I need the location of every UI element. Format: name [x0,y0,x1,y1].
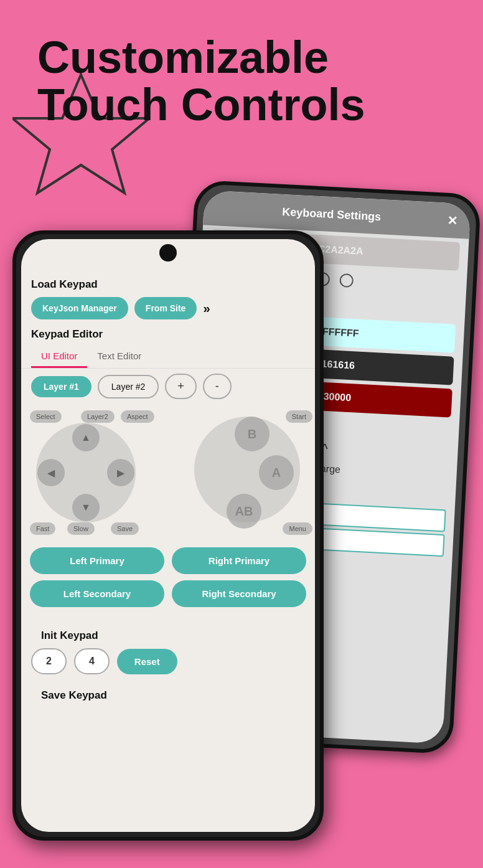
menu-button[interactable]: Menu [283,522,312,535]
color-btn-row-1: Left Primary Right Primary [30,547,306,574]
left-primary-button[interactable]: Left Primary [30,547,164,574]
layer2-button[interactable]: Layer #2 [98,375,159,399]
face-b-button[interactable]: B [235,417,270,451]
init-keypad-title: Init Keypad [31,625,305,644]
tab-text-editor[interactable]: Text Editor [87,346,151,368]
load-keypad-row: KeyJson Manager From Site » [21,293,315,323]
num-box-1[interactable]: 2 [31,648,67,674]
layer1-button[interactable]: Layer #1 [31,376,91,397]
chevron-right-icon: » [203,301,210,316]
init-keypad-section: Init Keypad 2 4 Reset [21,620,315,679]
save-keypad-title: Save Keypad [31,684,305,704]
aspect-button[interactable]: Aspect [121,410,154,423]
reset-button[interactable]: Reset [117,649,177,674]
tab-ui-editor[interactable]: UI Editor [31,346,87,368]
radio-xlarge[interactable] [339,273,354,288]
dpad-left-button[interactable]: ◀ [37,459,65,486]
hero-title: Customizable Touch Controls [37,34,446,128]
keypad-editor-title: Keypad Editor [21,323,315,343]
load-keypad-title: Load Keypad [21,273,315,293]
dpad-container: Select Layer2 Aspect ▲ ◀ ▶ ▼ Fast Slow S… [30,410,142,535]
left-secondary-button[interactable]: Left Secondary [30,580,164,607]
num-box-2[interactable]: 4 [74,648,110,674]
editor-tabs: UI Editor Text Editor [21,346,315,369]
front-phone-notch [159,244,177,262]
dpad-up-button[interactable]: ▲ [72,424,100,451]
init-row: 2 4 Reset [31,648,305,674]
gamepad-area: Select Layer2 Aspect ▲ ◀ ▶ ▼ Fast Slow S… [21,404,315,541]
keyjson-manager-button[interactable]: KeyJson Manager [31,297,128,319]
color-buttons-section: Left Primary Right Primary Left Secondar… [21,541,315,620]
face-ab-button[interactable]: AB [227,494,261,529]
right-primary-button[interactable]: Right Primary [172,547,306,574]
dpad-right-button[interactable]: ▶ [107,459,134,486]
save-keypad-section: Save Keypad [21,679,315,707]
plus-button[interactable]: + [165,374,197,399]
minus-button[interactable]: - [203,374,232,399]
select-button[interactable]: Select [30,410,62,423]
right-secondary-button[interactable]: Right Secondary [172,580,306,607]
back-phone-title: Keyboard Settings [216,202,448,227]
layer-row: Layer #1 Layer #2 + - [21,369,315,404]
face-a-button[interactable]: A [259,455,294,490]
fast-button[interactable]: Fast [30,522,55,535]
face-buttons-container: Start B A AB Menu [182,410,306,535]
from-site-button[interactable]: From Site [134,297,197,319]
save-button[interactable]: Save [111,522,139,535]
close-icon[interactable]: ✕ [446,213,457,229]
color-btn-row-2: Left Secondary Right Secondary [30,580,306,607]
start-button[interactable]: Start [286,410,312,423]
front-phone: Load Keypad KeyJson Manager From Site » … [12,230,324,841]
dpad-down-button[interactable]: ▼ [72,494,100,521]
slow-button[interactable]: Slow [67,522,95,535]
layer2-small-button[interactable]: Layer2 [81,410,115,423]
front-phone-screen: Load Keypad KeyJson Manager From Site » … [21,239,315,832]
